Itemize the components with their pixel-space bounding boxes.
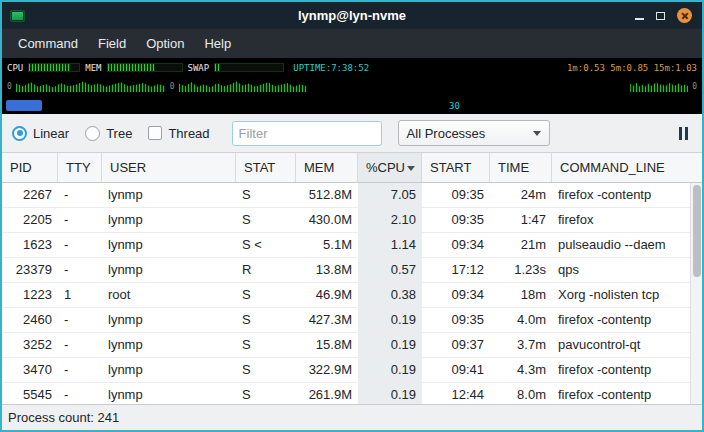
- tree-radio-group[interactable]: Tree: [85, 126, 132, 141]
- process-scope-select[interactable]: All Processes: [398, 120, 550, 146]
- graph-timeline: 30: [2, 98, 702, 114]
- cell-tty: 1: [58, 283, 102, 307]
- uptime-label: UPTIME:7:38:52: [293, 63, 369, 73]
- cell-pid: 1223: [2, 283, 58, 307]
- statusbar: Process count: 241: [2, 404, 702, 430]
- cell-pid: 5545: [2, 383, 58, 404]
- cpu-label: CPU: [7, 63, 23, 73]
- mem-meter: [107, 63, 183, 72]
- scrollbar-thumb[interactable]: [693, 185, 701, 277]
- table-row[interactable]: 23379-lynmpR13.8M0.5717:121.23sqps: [2, 258, 690, 283]
- mem-graph-zero-label: 0: [170, 82, 175, 92]
- cell-tty: -: [58, 358, 102, 382]
- table-row[interactable]: 2205-lynmpS430.0M2.1009:351:47firefox: [2, 208, 690, 233]
- cell-mem: 512.8M: [296, 183, 358, 207]
- column-header-label: COMMAND_LINE: [560, 160, 665, 175]
- cell-pid: 2205: [2, 208, 58, 232]
- column-header-label: PID: [10, 160, 32, 175]
- chevron-down-icon: [533, 131, 541, 136]
- menu-field[interactable]: Field: [88, 31, 136, 56]
- cell-cmd: firefox -contentp: [552, 383, 690, 404]
- cell-stat: S: [236, 358, 296, 382]
- cell-mem: 46.9M: [296, 283, 358, 307]
- column-header-label: USER: [110, 160, 146, 175]
- tree-radio[interactable]: [85, 126, 100, 141]
- cell-tty: -: [58, 233, 102, 257]
- cell-mem: 427.3M: [296, 308, 358, 332]
- cell-user: lynmp: [102, 183, 236, 207]
- linear-radio-label: Linear: [33, 126, 69, 141]
- cpu-history-graph: [16, 79, 166, 92]
- cell-stat: S: [236, 308, 296, 332]
- cell-user: lynmp: [102, 233, 236, 257]
- cell-cmd: firefox -contentp: [552, 183, 690, 207]
- timeline-marker: [6, 100, 42, 111]
- column-header-cpu[interactable]: %CPU: [358, 153, 422, 182]
- filter-input[interactable]: [232, 121, 382, 146]
- restore-icon[interactable]: [656, 12, 665, 20]
- linear-radio-group[interactable]: Linear: [12, 126, 69, 141]
- column-header-label: TTY: [66, 160, 91, 175]
- thread-checkbox-label: Thread: [168, 126, 209, 141]
- cell-cpu: 0.19: [358, 308, 422, 332]
- cell-pid: 1623: [2, 233, 58, 257]
- menu-help[interactable]: Help: [194, 31, 241, 56]
- cell-user: lynmp: [102, 208, 236, 232]
- cell-pid: 23379: [2, 258, 58, 282]
- table-row[interactable]: 2267-lynmpS512.8M7.0509:3524mfirefox -co…: [2, 183, 690, 208]
- table-row[interactable]: 5545-lynmpS261.9M0.1912:448.0mfirefox -c…: [2, 383, 690, 404]
- table-row[interactable]: 1623-lynmpS <5.1M1.1409:3421mpulseaudio …: [2, 233, 690, 258]
- column-header-mem[interactable]: MEM: [296, 153, 358, 182]
- process-scope-value: All Processes: [407, 126, 486, 141]
- column-header-start[interactable]: START: [422, 153, 490, 182]
- column-header-user[interactable]: USER: [102, 153, 236, 182]
- menu-command[interactable]: Command: [8, 31, 88, 56]
- cell-pid: 3470: [2, 358, 58, 382]
- window-title: lynmp@lyn-nvme: [2, 8, 702, 23]
- column-header-label: START: [430, 160, 471, 175]
- controls-bar: Linear Tree Thread All Processes: [2, 114, 702, 152]
- cell-time: 4.3m: [490, 358, 552, 382]
- cell-stat: S: [236, 333, 296, 357]
- cell-cpu: 0.19: [358, 333, 422, 357]
- cell-mem: 261.9M: [296, 383, 358, 404]
- column-header-stat[interactable]: STAT: [236, 153, 296, 182]
- cell-cmd: pulseaudio --daem: [552, 233, 690, 257]
- cell-mem: 15.8M: [296, 333, 358, 357]
- column-header-tty[interactable]: TTY: [58, 153, 102, 182]
- column-header-command-line[interactable]: COMMAND_LINE: [552, 153, 702, 182]
- column-header-pid[interactable]: PID: [2, 153, 58, 182]
- cell-user: lynmp: [102, 258, 236, 282]
- cpu-meter: [28, 63, 80, 72]
- table-header: PIDTTYUSERSTATMEM%CPUSTARTTIMECOMMAND_LI…: [2, 152, 702, 183]
- cell-start: 09:34: [422, 233, 490, 257]
- cell-cpu: 0.38: [358, 283, 422, 307]
- close-icon[interactable]: [677, 8, 692, 23]
- table-row[interactable]: 12231rootS46.9M0.3809:3418mXorg -noliste…: [2, 283, 690, 308]
- sort-desc-icon: [407, 166, 415, 171]
- cell-user: lynmp: [102, 358, 236, 382]
- table-row[interactable]: 3252-lynmpS15.8M0.1909:373.7mpavucontrol…: [2, 333, 690, 358]
- cell-stat: S: [236, 183, 296, 207]
- cell-stat: S: [236, 208, 296, 232]
- cell-start: 17:12: [422, 258, 490, 282]
- linear-radio[interactable]: [12, 126, 27, 141]
- menu-option[interactable]: Option: [136, 31, 194, 56]
- cell-cpu: 0.19: [358, 383, 422, 404]
- vertical-scrollbar[interactable]: [690, 183, 702, 404]
- cell-cmd: firefox -contentp: [552, 358, 690, 382]
- titlebar: lynmp@lyn-nvme: [2, 2, 702, 29]
- cell-cmd: qps: [552, 258, 690, 282]
- thread-checkbox-group[interactable]: Thread: [148, 126, 209, 141]
- column-header-time[interactable]: TIME: [490, 153, 552, 182]
- thread-checkbox[interactable]: [148, 126, 162, 140]
- table-row[interactable]: 3470-lynmpS322.9M0.1909:414.3mfirefox -c…: [2, 358, 690, 383]
- pause-button[interactable]: [675, 123, 692, 144]
- minimize-icon[interactable]: [635, 18, 644, 20]
- table-row[interactable]: 2460-lynmpS427.3M0.1909:354.0mfirefox -c…: [2, 308, 690, 333]
- process-count-label: Process count: 241: [8, 410, 119, 425]
- cell-tty: -: [58, 208, 102, 232]
- cell-cmd: pavucontrol-qt: [552, 333, 690, 357]
- cell-cpu: 0.57: [358, 258, 422, 282]
- cell-start: 09:35: [422, 308, 490, 332]
